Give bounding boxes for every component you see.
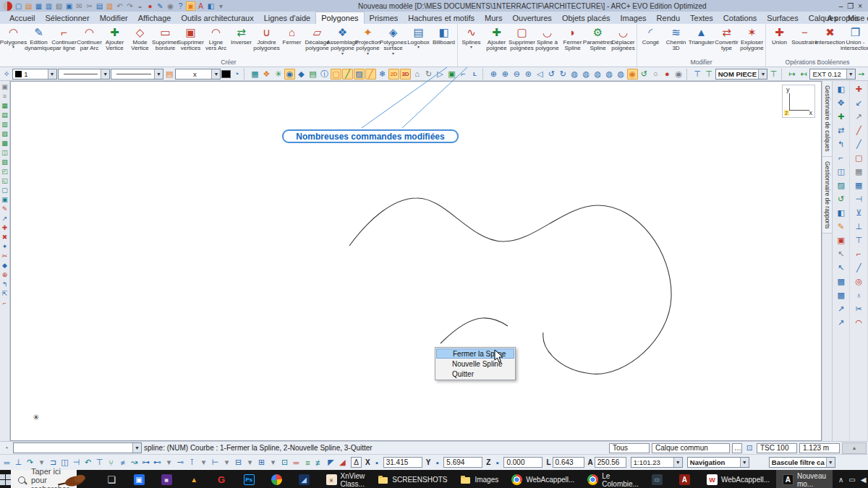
- toolbar-icon[interactable]: ▨: [354, 69, 365, 80]
- toolbar-icon[interactable]: ↗: [853, 111, 864, 122]
- linetype-dropdown-1[interactable]: ▼: [58, 69, 111, 80]
- ribbon-tab[interactable]: Modifier: [95, 12, 133, 24]
- toolbar-icon[interactable]: ◉: [673, 69, 684, 80]
- ribbon-tab[interactable]: Ouvertures: [507, 12, 556, 24]
- toolbar-icon[interactable]: ⊕: [500, 69, 511, 80]
- lock-icon[interactable]: ⊡: [744, 444, 754, 452]
- toolbar-icon[interactable]: ⊶: [140, 457, 151, 468]
- toolbar-icon[interactable]: ⊸: [175, 457, 186, 468]
- command-input-dropdown[interactable]: ▼: [13, 442, 142, 453]
- toolbar-icon[interactable]: ▦: [1, 101, 9, 110]
- z-lock-icon[interactable]: ▪: [492, 457, 503, 468]
- qat-icon[interactable]: ◧: [206, 1, 216, 11]
- calque-browse-button[interactable]: …: [732, 443, 742, 453]
- taskbar-item[interactable]: SCREENSHOTS: [371, 470, 454, 488]
- toolbar-icon[interactable]: ✚: [853, 83, 864, 95]
- toolbar-icon[interactable]: ⊕: [488, 69, 499, 80]
- length-field[interactable]: 0.643: [553, 457, 584, 468]
- ribbon-tab[interactable]: Accueil: [4, 12, 40, 24]
- toolbar-icon[interactable]: ↻: [558, 69, 569, 80]
- toolbar-icon[interactable]: ▢: [853, 152, 864, 163]
- toolbar-icon[interactable]: ⊡: [279, 457, 290, 468]
- qat-icon[interactable]: ▥: [44, 1, 54, 11]
- toolbar-icon[interactable]: ↝: [129, 457, 140, 468]
- taskbar-item[interactable]: Images: [454, 470, 505, 488]
- taskbar-item[interactable]: Le Colombie...: [581, 470, 645, 488]
- toolbar-icon[interactable]: ◫: [1, 148, 9, 157]
- toolbar-icon[interactable]: ⊣: [853, 193, 864, 205]
- ext-dropdown[interactable]: EXT 0.12 ▼: [809, 69, 855, 80]
- ribbon-button[interactable]: ✦ Projection polygone ▾: [355, 25, 380, 56]
- minimize-button[interactable]: –: [839, 2, 843, 10]
- toolbar-icon[interactable]: ▥: [1, 120, 9, 129]
- toolbar-icon[interactable]: ▣: [1, 82, 9, 91]
- ribbon-button[interactable]: ≋ Chemin 3D: [663, 25, 689, 53]
- toolbar-icon[interactable]: ▦: [250, 69, 260, 80]
- taskbar-item[interactable]: W WebAcappell...: [700, 470, 776, 488]
- x-coord-field[interactable]: 31.415: [383, 457, 422, 468]
- toolbar-icon[interactable]: ◧: [835, 83, 847, 95]
- toolbar-icon[interactable]: ═: [291, 457, 302, 468]
- toolbar-icon[interactable]: ╱: [853, 124, 864, 136]
- toolbar-icon[interactable]: ⇱: [1, 289, 9, 298]
- ribbon-button[interactable]: ▢ Supprimer poignées: [509, 25, 535, 53]
- filter-tous-field[interactable]: Tous: [609, 443, 650, 453]
- ribbon-tab[interactable]: Images: [616, 12, 652, 24]
- qat-icon[interactable]: ?: [176, 1, 185, 11]
- toolbar-icon[interactable]: ⌐: [1, 299, 9, 307]
- toolbar-icon[interactable]: ≠: [117, 457, 128, 468]
- ribbon-tab[interactable]: Hachures et motifs: [403, 12, 480, 24]
- apply-ext-icon[interactable]: ➙: [856, 69, 867, 80]
- hatch-dropdown[interactable]: x ▼: [175, 69, 221, 80]
- toolbar-icon[interactable]: ▣: [835, 234, 847, 246]
- qat-icon[interactable]: ↷: [125, 1, 135, 11]
- ribbon-button[interactable]: ✶ Exploser polygone: [739, 25, 765, 53]
- ribbon-button[interactable]: ◠ Polygones ▾: [1, 25, 26, 49]
- qat-icon[interactable]: ▦: [34, 1, 43, 11]
- qat-icon[interactable]: ▣: [186, 1, 195, 11]
- tab-a-propos[interactable]: A propos: [822, 12, 864, 24]
- taskbar-item[interactable]: Ps: [237, 470, 265, 488]
- toolbar-icon[interactable]: ⊤: [94, 457, 105, 468]
- piece-tag-icon[interactable]: ⊤: [768, 69, 778, 80]
- toolbar-icon[interactable]: ◆: [296, 69, 307, 80]
- ribbon-button[interactable]: ◧ Billboard: [431, 25, 456, 46]
- toolbar-icon[interactable]: ↖: [835, 248, 847, 260]
- toolbar-icon[interactable]: ⌐: [458, 69, 469, 80]
- taskbar-item[interactable]: ▦: [155, 470, 182, 488]
- angle-field[interactable]: 250.56: [595, 457, 626, 468]
- toolbar-icon[interactable]: L: [469, 69, 480, 80]
- toolbar-icon[interactable]: ✎: [1, 205, 9, 213]
- qat-icon[interactable]: ●: [145, 1, 155, 11]
- toolbar-icon[interactable]: ⊻: [853, 207, 864, 218]
- tab-gestionnaire-calques[interactable]: Gestionnaire de calques: [822, 81, 832, 157]
- ribbon-button[interactable]: ✚ Union: [767, 25, 792, 46]
- tsc-field[interactable]: TSC 100: [757, 443, 797, 453]
- ribbon-button[interactable]: ∿ Splines ▾: [459, 25, 484, 49]
- ribbon-tab[interactable]: Outils architecturaux: [176, 12, 258, 24]
- toolbar-icon[interactable]: ▩: [1, 139, 9, 147]
- toolbar-icon[interactable]: ▦: [853, 179, 864, 191]
- toolbar-icon[interactable]: ♁: [853, 289, 864, 301]
- ribbon-tab[interactable]: Prismes: [365, 12, 404, 24]
- ribbon-button[interactable]: ◡ Spline à polygone: [535, 25, 560, 53]
- maximize-button[interactable]: ❐: [847, 2, 854, 10]
- ribbon-button[interactable]: ✖ Intersection: [817, 25, 843, 46]
- toolbar-icon[interactable]: ↗: [835, 317, 847, 328]
- toolbar-icon[interactable]: ◢: [337, 457, 348, 468]
- toolbar-icon[interactable]: ⊟: [233, 457, 244, 468]
- z-coord-field[interactable]: 0.000: [503, 457, 542, 468]
- ribbon-button[interactable]: ⇄ Inverser: [229, 25, 254, 46]
- toolbar-icon[interactable]: ✂: [1, 252, 9, 260]
- taskbar-item[interactable]: ❏: [100, 470, 127, 488]
- toolbar-icon[interactable]: ◫: [835, 166, 847, 177]
- network-icon[interactable]: ▭: [848, 476, 855, 484]
- timer-icon[interactable]: ◔: [231, 69, 242, 80]
- toolbar-icon[interactable]: ◍: [569, 69, 580, 80]
- toolbar-icon[interactable]: ◍: [581, 69, 592, 80]
- ribbon-button[interactable]: ◠ Ligne vers Arc: [203, 25, 229, 53]
- ribbon-button[interactable]: ▣ Supprimer vertices: [178, 25, 203, 53]
- y-coord-field[interactable]: 5.694: [443, 457, 482, 468]
- ribbon-button[interactable]: ◡ Déplacer poignées: [610, 25, 636, 53]
- ribbon-tab[interactable]: Rendu: [652, 12, 685, 24]
